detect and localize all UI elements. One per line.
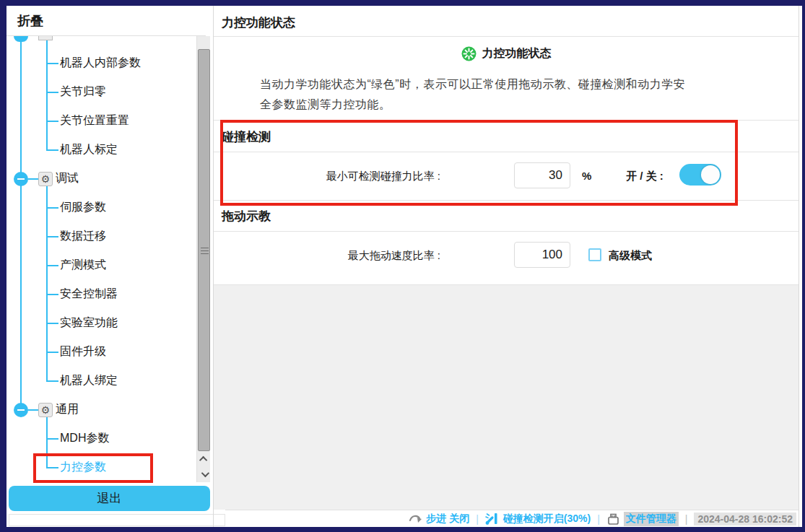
- force-status-green-icon: [461, 46, 477, 61]
- statusbar-separator: |: [476, 513, 479, 525]
- tree-connector: [46, 380, 58, 382]
- sidebar-item-mdh-params[interactable]: MDH参数: [6, 424, 194, 453]
- sidebar-item-joint-position-reset[interactable]: 关节位置重置: [6, 107, 194, 136]
- collision-icon: [485, 512, 500, 526]
- divider: [214, 152, 799, 152]
- collision-onoff-toggle[interactable]: [679, 164, 721, 186]
- tree-connector: [46, 236, 58, 237]
- file-manager-item[interactable]: 文件管理器: [606, 512, 679, 526]
- status-bar: 步进 关闭 | 碰撞检测开启(30%) | 文件管理器 | 2024-04-: [225, 510, 799, 527]
- sidebar-item-safety-controller[interactable]: 安全控制器: [6, 280, 194, 309]
- background-area: [214, 285, 799, 510]
- tree-connector: [46, 265, 58, 266]
- max-drag-speed-input[interactable]: [514, 242, 570, 268]
- sidebar-item-production-test-mode[interactable]: 产测模式: [6, 251, 194, 280]
- percent-unit-label: %: [582, 170, 591, 182]
- sidebar-item-label: 力控参数: [60, 460, 106, 475]
- divider: [214, 120, 799, 121]
- tree-clipped-node-gear: [38, 36, 53, 40]
- sidebar-group-label: 调试: [56, 171, 79, 186]
- step-arrow-icon: [409, 513, 422, 526]
- statusbar-separator: |: [597, 513, 600, 525]
- sidebar-group-debug[interactable]: ⚙ 调试: [6, 165, 194, 193]
- sidebar-header: 折叠: [6, 6, 206, 36]
- description-line-1: 当动力学功能状态为“绿色”时，表示可以正常使用拖动示教、碰撞检测和动力学安: [260, 77, 685, 92]
- scrollbar-down-button[interactable]: [197, 467, 211, 481]
- toggle-knob: [701, 165, 720, 184]
- sidebar-group-label: 通用: [56, 402, 79, 417]
- divider: [214, 200, 799, 201]
- force-status-label: 力控功能状态: [482, 46, 552, 61]
- app-window: 机器人内部参数 关节归零 关节位置重置 机器人标定 ⚙ 调试 伺服参数 数据迁移…: [6, 6, 802, 527]
- tree-connector: [46, 467, 58, 468]
- file-manager-icon: [606, 513, 620, 526]
- description-line-2: 全参数监测等力控功能。: [260, 97, 391, 113]
- sidebar-item-robot-internal-params[interactable]: 机器人内部参数: [6, 49, 194, 78]
- sidebar-item-robot-binding[interactable]: 机器人绑定: [6, 367, 194, 396]
- sidebar-item-robot-calibration[interactable]: 机器人标定: [6, 136, 194, 165]
- sidebar-item-label: 安全控制器: [60, 287, 118, 302]
- sidebar-group-general[interactable]: ⚙ 通用: [6, 396, 194, 424]
- sidebar-item-label: 机器人内部参数: [60, 56, 141, 71]
- exit-button[interactable]: 退出: [9, 486, 210, 511]
- sidebar-item-force-control-params[interactable]: 力控参数: [6, 453, 194, 482]
- force-status-row: 力控功能状态: [214, 43, 799, 64]
- collision-section-title: 碰撞检测: [222, 128, 271, 145]
- scrollbar-up-button[interactable]: [197, 452, 211, 466]
- sidebar-item-label: 实验室功能: [60, 315, 118, 331]
- sidebar-item-label: 关节归零: [60, 84, 106, 100]
- tree-connector: [46, 323, 58, 324]
- onoff-switch-label: 开 / 关 :: [626, 170, 663, 183]
- sidebar-scrollbar[interactable]: [196, 36, 210, 482]
- collision-status-item[interactable]: 碰撞检测开启(30%): [485, 512, 591, 526]
- sidebar-item-label: MDH参数: [60, 431, 109, 446]
- sidebar-item-label: 固件升级: [60, 344, 106, 359]
- file-manager-label: 文件管理器: [624, 512, 679, 526]
- min-collision-force-label: 最小可检测碰撞力比率 :: [222, 170, 440, 183]
- sidebar-item-label: 产测模式: [60, 258, 106, 273]
- scrollbar-thumb[interactable]: [198, 49, 210, 451]
- sidebar-item-lab-functions[interactable]: 实验室功能: [6, 309, 194, 338]
- tree-connector: [46, 121, 58, 122]
- advanced-mode-checkbox[interactable]: [588, 248, 601, 261]
- collapse-minus-icon[interactable]: [14, 172, 28, 186]
- sidebar-item-data-migration[interactable]: 数据迁移: [6, 222, 194, 251]
- sidebar-item-label: 机器人绑定: [60, 373, 118, 388]
- tree-connector: [28, 178, 38, 180]
- sidebar-item-label: 机器人标定: [60, 142, 118, 157]
- chevron-up-icon: [199, 456, 206, 464]
- tree-connector: [46, 63, 58, 64]
- sidebar-item-label: 关节位置重置: [60, 113, 129, 128]
- gear-icon: ⚙: [38, 172, 53, 186]
- main-right-divider: [799, 6, 799, 527]
- divider: [214, 231, 799, 232]
- sidebar-item-joint-zeroing[interactable]: 关节归零: [6, 78, 194, 107]
- max-drag-speed-label: 最大拖动速度比率 :: [222, 249, 440, 263]
- sidebar-item-label: 伺服参数: [60, 200, 106, 215]
- timestamp: 2024-04-28 16:02:52: [694, 513, 796, 526]
- tree-connector: [28, 409, 38, 411]
- tree-connector: [46, 149, 58, 151]
- sidebar-item-firmware-upgrade[interactable]: 固件升级: [6, 338, 194, 367]
- step-status-label: 步进 关闭: [426, 513, 469, 526]
- sidebar-item-servo-params[interactable]: 伺服参数: [6, 193, 194, 222]
- drag-section-title: 拖动示教: [222, 208, 271, 224]
- collapse-minus-icon[interactable]: [14, 403, 28, 417]
- min-collision-force-input[interactable]: [514, 162, 570, 188]
- chevron-down-icon: [201, 469, 209, 477]
- bottom-left-panel: [9, 514, 225, 526]
- collision-status-label: 碰撞检测开启(30%): [503, 513, 591, 526]
- step-status-item[interactable]: 步进 关闭: [409, 513, 469, 526]
- tree-connector: [46, 438, 58, 440]
- statusbar-separator: |: [685, 513, 688, 525]
- highlight-box-collision-section: [220, 120, 738, 206]
- gear-icon: ⚙: [38, 403, 53, 417]
- tree-connector: [46, 294, 58, 295]
- sidebar-item-label: 数据迁移: [60, 229, 106, 244]
- page-title: 力控功能状态: [222, 14, 295, 31]
- advanced-mode-label: 高级模式: [609, 249, 652, 263]
- sidebar: 机器人内部参数 关节归零 关节位置重置 机器人标定 ⚙ 调试 伺服参数 数据迁移…: [6, 6, 213, 527]
- tree-clipped-node-circle: [14, 36, 28, 42]
- divider: [214, 36, 799, 37]
- tree-connector: [46, 207, 58, 209]
